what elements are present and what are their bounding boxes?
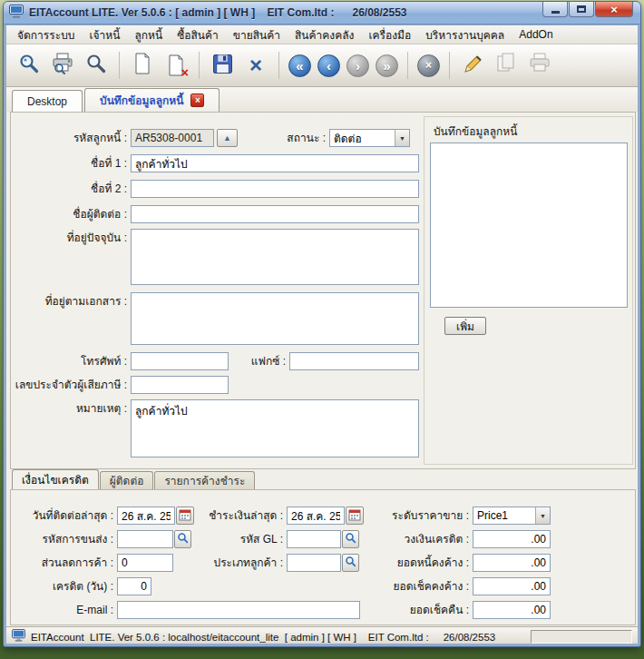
debtor-code-field[interactable] — [131, 129, 214, 147]
nav-first-button[interactable]: « — [288, 54, 311, 77]
last-payment-date-field[interactable] — [287, 507, 345, 525]
debtor-notes-textarea[interactable] — [430, 143, 628, 308]
nav-previous-button[interactable]: ‹ — [317, 54, 340, 77]
gl-code-field[interactable] — [287, 530, 341, 548]
credit-limit-field[interactable] — [473, 530, 551, 548]
minimize-button[interactable] — [542, 2, 568, 17]
outstanding-cheque-field[interactable] — [473, 577, 551, 595]
detail-tabstrip: เงื่อนไขเครดิต ผู้ติดต่อ รายการค้างชำระ — [10, 469, 636, 489]
last-contact-date-field[interactable] — [117, 507, 175, 525]
cancel-button[interactable]: × — [417, 54, 440, 77]
new-document-button[interactable] — [129, 51, 156, 80]
debtor-form-page: รหัสลูกหนี้ : ▲ สถานะ : ติดต่อ ▼ ชื่อที่… — [10, 112, 636, 469]
up-arrow-icon: ▲ — [223, 134, 231, 143]
menu-item-sales[interactable]: ขายสินค้า — [226, 25, 288, 45]
toolbar-separator — [449, 52, 450, 79]
transport-code-label: รหัสการขนส่ง : — [43, 532, 113, 546]
zoom-button[interactable] — [83, 51, 110, 80]
copy-button[interactable] — [493, 51, 520, 80]
tax-id-field[interactable] — [131, 376, 229, 394]
menu-item-purchasing[interactable]: ซื้อสินค้า — [170, 25, 226, 45]
toolbar: × × « ‹ › » × — [6, 44, 638, 87]
printer-icon — [528, 53, 551, 78]
pencil-icon — [463, 54, 483, 78]
outstanding-debt-label: ยอดหนี้คงค้าง : — [397, 556, 469, 570]
menu-item-debtors[interactable]: ลูกหนี้ — [127, 25, 170, 45]
returned-cheque-field[interactable] — [473, 601, 551, 619]
close-form-button[interactable]: × — [242, 51, 269, 80]
menu-item-system[interactable]: จัดการระบบ — [10, 25, 82, 45]
calendar-icon — [348, 508, 361, 524]
fax-field[interactable] — [289, 352, 419, 370]
customer-type-lookup-button[interactable] — [342, 554, 359, 572]
transport-lookup-button[interactable] — [174, 530, 191, 548]
tab-credit-terms-label: เงื่อนไขเครดิต — [22, 471, 89, 488]
titlebar[interactable]: EITAccount LITE. Ver 5.0.6 : [ admin ] [… — [4, 2, 640, 25]
status-dropdown[interactable]: ติดต่อ ▼ — [329, 129, 410, 147]
tab-contacts[interactable]: ผู้ติดต่อ — [100, 471, 154, 489]
application-window: EITAccount LITE. Ver 5.0.6 : [ admin ] [… — [3, 1, 641, 647]
save-button[interactable] — [209, 51, 236, 80]
search-icon — [18, 53, 40, 78]
maximize-button[interactable] — [569, 2, 594, 17]
last-payment-calendar-button[interactable] — [346, 507, 364, 525]
gl-lookup-button[interactable] — [342, 530, 359, 548]
menu-item-addon[interactable]: AddOn — [512, 26, 560, 43]
name2-label: ชื่อที่ 2 : — [91, 182, 127, 196]
tab-desktop-label: Desktop — [27, 95, 67, 108]
trade-discount-label: ส่วนลดการค้า : — [42, 556, 113, 570]
lookup-magnifier-icon — [345, 532, 356, 546]
menu-item-tools[interactable]: เครื่องมือ — [361, 25, 418, 45]
cancel-icon: × — [425, 60, 432, 71]
outstanding-debt-field[interactable] — [473, 554, 551, 572]
nav-next-button[interactable]: › — [346, 54, 369, 77]
credit-limit-label: วงเงินเครดิต : — [404, 532, 469, 546]
tab-close-button[interactable]: × — [190, 93, 204, 107]
credit-days-label: เครดิต (วัน) : — [53, 579, 113, 594]
search-button[interactable] — [15, 51, 43, 80]
tab-outstanding-items-label: รายการค้างชำระ — [164, 472, 245, 489]
name2-field[interactable] — [131, 180, 419, 198]
notes-panel-title: บันทึกข้อมูลลูกหนี้ — [434, 123, 517, 140]
tab-debtor-record-label: บันทึกข้อมูลลูกหนี้ — [100, 92, 183, 109]
current-address-textarea[interactable] — [131, 229, 419, 285]
contact-name-field[interactable] — [131, 205, 419, 223]
phone-field[interactable] — [131, 352, 229, 370]
menu-item-creditors[interactable]: เจ้าหนี้ — [82, 25, 127, 45]
tab-debtor-record[interactable]: บันทึกข้อมูลลูกหนี้ × — [84, 88, 220, 112]
trade-discount-field[interactable] — [117, 554, 173, 572]
computer-icon — [12, 629, 25, 644]
status-label: สถานะ : — [287, 131, 326, 145]
close-button[interactable]: × — [595, 2, 633, 17]
menu-item-inventory[interactable]: สินค้าคงคลัง — [288, 25, 361, 45]
tab-outstanding-items[interactable]: รายการค้างชำระ — [154, 471, 255, 489]
last-contact-calendar-button[interactable] — [176, 507, 194, 525]
email-label: E-mail : — [76, 603, 113, 617]
nav-last-button[interactable]: » — [376, 54, 398, 77]
last-payment-label: ชำระเงินล่าสุด : — [209, 508, 283, 523]
edit-button[interactable] — [459, 51, 486, 80]
red-x-icon: × — [181, 66, 189, 79]
print-button[interactable] — [526, 51, 553, 80]
statusbar-panel — [531, 630, 632, 644]
email-field[interactable] — [117, 601, 360, 619]
name1-field[interactable] — [131, 154, 419, 172]
menu-item-hr[interactable]: บริหารงานบุคคล — [418, 25, 512, 45]
customer-type-field[interactable] — [287, 554, 341, 572]
returned-cheque-label: ยอดเช็คคืน : — [410, 603, 469, 617]
credit-days-field[interactable] — [117, 577, 151, 595]
tab-credit-terms[interactable]: เงื่อนไขเครดิต — [12, 469, 99, 489]
remark-textarea[interactable]: ลูกค้าทั่วไป — [131, 399, 419, 457]
chevron-down-icon: ▼ — [395, 130, 409, 146]
print-preview-button[interactable] — [49, 51, 76, 80]
generate-code-button[interactable]: ▲ — [217, 129, 238, 147]
desktop-background: { "colors": { "titlebar_blue": "#8fb0da"… — [0, 0, 644, 659]
delete-document-button[interactable]: × — [162, 51, 190, 80]
window-controls: × — [542, 2, 633, 17]
price-level-dropdown[interactable]: Price1 ▼ — [473, 507, 551, 525]
outstanding-cheque-label: ยอดเช็คคงค้าง : — [394, 579, 469, 594]
tab-desktop[interactable]: Desktop — [12, 90, 83, 112]
add-note-button[interactable]: เพิ่ม — [444, 317, 486, 335]
transport-code-field[interactable] — [117, 530, 173, 548]
document-address-textarea[interactable] — [131, 292, 419, 345]
